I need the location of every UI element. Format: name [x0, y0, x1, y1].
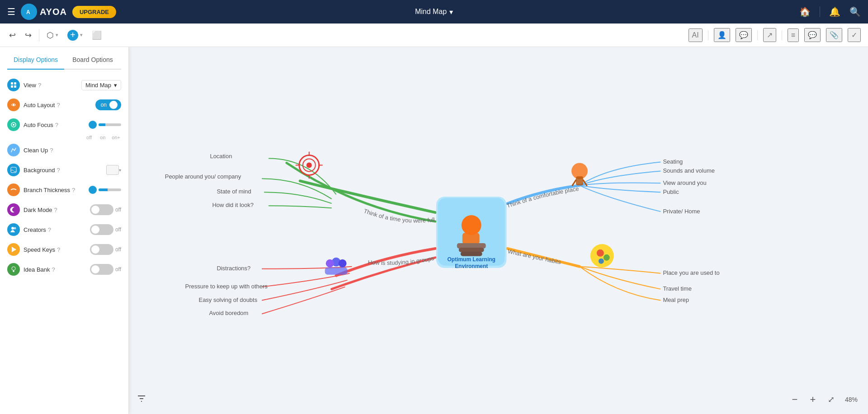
creators-toggle[interactable] — [90, 224, 113, 235]
svg-text:Easy solving of doubts: Easy solving of doubts — [199, 296, 258, 303]
expand-icon: ⤢ — [828, 395, 835, 405]
toolbar: ↩ ↪ ⬡ ▾ + ▾ ⬜ AI 👤 💬 ↗ ≡ — [0, 24, 868, 47]
branch-thickness-help-icon[interactable]: ? — [72, 187, 75, 193]
zoom-expand-button[interactable]: ⤢ — [824, 392, 838, 407]
svg-point-13 — [12, 267, 15, 270]
creators-control[interactable]: off — [90, 224, 121, 235]
speed-keys-toggle[interactable] — [90, 244, 113, 255]
speed-keys-help-icon[interactable]: ? — [57, 246, 60, 253]
branch-thickness-slider[interactable] — [89, 186, 121, 194]
add-button[interactable]: + ▾ — [66, 28, 85, 42]
svg-rect-5 — [14, 85, 16, 88]
svg-text:State of mind: State of mind — [217, 188, 251, 195]
branch-thickness-control[interactable] — [89, 186, 121, 194]
creators-help-icon[interactable]: ? — [48, 226, 51, 233]
auto-layout-control[interactable]: on — [95, 99, 121, 110]
auto-focus-control[interactable] — [89, 121, 121, 129]
check-button[interactable]: ✓ — [848, 28, 861, 42]
panel-row-speed-keys: Speed Keys ? off — [7, 243, 121, 256]
speed-keys-control[interactable]: off — [90, 244, 121, 255]
background-help-icon[interactable]: ? — [57, 167, 60, 174]
redo-button[interactable]: ↪ — [23, 28, 33, 42]
ai-button[interactable]: AI — [689, 28, 703, 42]
view-dropdown[interactable]: Mind Map ▾ — [81, 80, 121, 90]
branch-thickness-dot — [89, 186, 97, 194]
undo-icon: ↩ — [9, 30, 16, 40]
dark-mode-label: Dark Mode ? — [24, 207, 86, 213]
hamburger-icon[interactable]: ☰ — [7, 6, 15, 17]
filter-button[interactable] — [136, 393, 147, 407]
panel-row-idea-bank: Idea Bank ? off — [7, 263, 121, 276]
dark-mode-slider — [90, 204, 113, 215]
auto-focus-slider[interactable] — [89, 121, 121, 129]
view-value: Mind Map — [85, 82, 111, 89]
canvas-area[interactable]: Location People around you/ company Stat… — [129, 47, 868, 414]
creators-slider — [90, 224, 113, 235]
idea-bank-control[interactable]: off — [90, 264, 121, 275]
toolbar-sep-2 — [708, 30, 708, 40]
attach-button[interactable]: 📎 — [826, 28, 842, 42]
svg-rect-36 — [576, 176, 583, 185]
comment-icon: 💬 — [739, 31, 748, 39]
background-color-swatch[interactable] — [106, 165, 119, 175]
upgrade-button[interactable]: UPGRADE — [72, 6, 116, 18]
clean-up-help-icon[interactable]: ? — [50, 147, 53, 154]
idea-bank-off-label: off — [115, 266, 121, 273]
tab-display-options[interactable]: Display Options — [7, 54, 64, 70]
comment-button[interactable]: 💬 — [736, 28, 752, 42]
panel-row-branch-thickness: Branch Thickness ? — [7, 183, 121, 196]
auto-focus-label-off: off — [86, 135, 92, 140]
branch-thickness-label: Branch Thickness ? — [24, 187, 85, 193]
dark-mode-icon — [7, 203, 20, 216]
list-icon: ≡ — [791, 31, 795, 39]
idea-bank-toggle[interactable] — [90, 264, 113, 275]
svg-text:How did it look?: How did it look? — [212, 202, 253, 208]
svg-text:Pressure to keep up with other: Pressure to keep up with others — [185, 283, 268, 290]
svg-text:Avoid boredom: Avoid boredom — [209, 310, 248, 316]
add-user-button[interactable]: 👤 — [714, 28, 730, 42]
auto-focus-label-on: on — [100, 135, 105, 140]
auto-focus-help-icon[interactable]: ? — [55, 122, 58, 128]
auto-layout-toggle[interactable]: on — [95, 99, 121, 110]
dark-mode-control[interactable]: off — [90, 204, 121, 215]
search-icon[interactable]: 🔍 — [849, 6, 861, 17]
export-button[interactable]: ↗ — [763, 28, 776, 42]
zoom-in-button[interactable]: + — [806, 392, 820, 407]
creators-off-label: off — [115, 226, 121, 233]
shape-button[interactable]: ⬡ ▾ — [45, 28, 60, 42]
document-title[interactable]: Mind Map ▾ — [415, 8, 453, 16]
panel-row-background: Background ? ▾ — [7, 164, 121, 176]
svg-text:View around you: View around you — [663, 179, 706, 186]
svg-text:Think of a comfortable place: Think of a comfortable place — [506, 185, 580, 209]
tab-board-options[interactable]: Board Options — [64, 54, 121, 65]
svg-point-54 — [604, 254, 610, 261]
svg-text:Meal prep: Meal prep — [663, 296, 689, 303]
message-button[interactable]: 💬 — [804, 28, 821, 42]
auto-layout-help-icon[interactable]: ? — [57, 102, 60, 108]
panel-row-auto-focus: Auto Focus ? — [7, 118, 121, 131]
toolbar-right: AI 👤 💬 ↗ ≡ 💬 📎 ✓ — [689, 28, 861, 42]
view-control[interactable]: Mind Map ▾ — [81, 80, 121, 90]
dark-mode-help-icon[interactable]: ? — [54, 207, 57, 213]
background-chevron-icon[interactable]: ▾ — [119, 168, 121, 173]
zoom-out-button[interactable]: − — [788, 392, 802, 407]
svg-text:How is studying in groups for : How is studying in groups for you? — [129, 54, 436, 266]
svg-point-45 — [326, 259, 334, 268]
background-control[interactable]: ▾ — [106, 165, 121, 175]
frame-button[interactable]: ⬜ — [90, 28, 104, 42]
view-help-icon[interactable]: ? — [38, 82, 41, 89]
zoom-level-display: 48% — [842, 396, 861, 403]
message-icon: 💬 — [808, 31, 817, 39]
idea-bank-slider — [90, 264, 113, 275]
home-icon[interactable]: 🏠 — [799, 6, 811, 17]
branch-thickness-icon — [7, 183, 20, 196]
creators-icon — [7, 223, 20, 236]
list-button[interactable]: ≡ — [788, 28, 799, 42]
idea-bank-help-icon[interactable]: ? — [52, 266, 55, 273]
svg-text:Sounds and volume: Sounds and volume — [663, 167, 714, 174]
dark-mode-toggle[interactable] — [90, 204, 113, 215]
svg-text:Distractions?: Distractions? — [217, 265, 250, 272]
undo-button[interactable]: ↩ — [7, 28, 18, 42]
notification-icon[interactable]: 🔔 — [829, 6, 840, 17]
speed-keys-slider — [90, 244, 113, 255]
